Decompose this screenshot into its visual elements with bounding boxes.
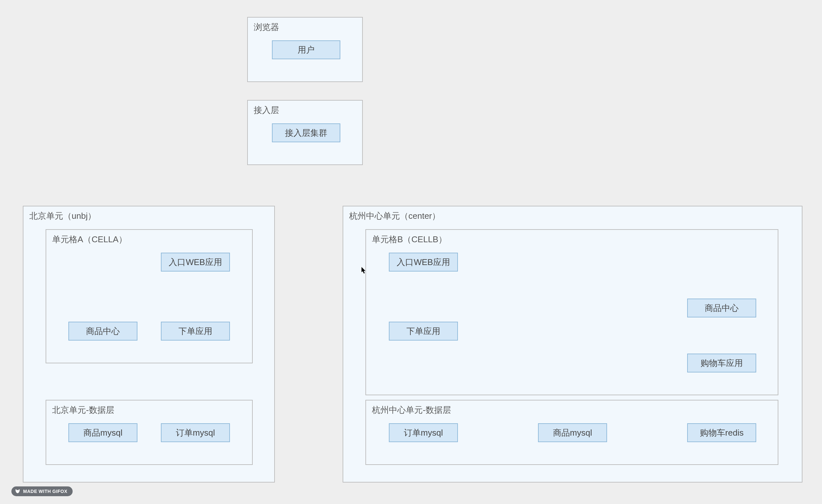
watermark-text: MADE WITH GIFOX	[23, 489, 67, 494]
access-cluster-node: 接入层集群	[272, 123, 340, 142]
hangzhou-data-title: 杭州中心单元-数据层	[372, 404, 772, 416]
cell-b-cart-app-node: 购物车应用	[687, 354, 756, 373]
cell-a-title: 单元格A（CELLA）	[52, 234, 246, 245]
cell-b-title: 单元格B（CELLB）	[372, 234, 772, 245]
cell-b-order-app-node: 下单应用	[389, 322, 458, 341]
beijing-order-mysql-node: 订单mysql	[161, 423, 230, 442]
cell-a-product-center-node: 商品中心	[68, 322, 137, 341]
cell-b-product-center-node: 商品中心	[687, 299, 756, 318]
mouse-cursor	[362, 267, 367, 274]
access-title: 接入层	[254, 104, 356, 116]
hangzhou-product-mysql-node: 商品mysql	[538, 423, 607, 442]
beijing-unit-title: 北京单元（unbj）	[29, 210, 268, 222]
hangzhou-unit-title: 杭州中心单元（center）	[349, 210, 796, 222]
gifox-icon	[15, 488, 21, 494]
browser-title: 浏览器	[254, 21, 356, 33]
cell-a-web-app-node: 入口WEB应用	[161, 253, 230, 272]
hangzhou-order-mysql-node: 订单mysql	[389, 423, 458, 442]
cell-a-order-app-node: 下单应用	[161, 322, 230, 341]
user-node: 用户	[272, 40, 340, 59]
cell-b-web-app-node: 入口WEB应用	[389, 253, 458, 272]
hangzhou-cart-redis-node: 购物车redis	[687, 423, 756, 442]
gifox-watermark: MADE WITH GIFOX	[11, 486, 73, 496]
beijing-data-title: 北京单元-数据层	[52, 404, 246, 416]
cell-a-container: 单元格A（CELLA）	[46, 229, 253, 363]
beijing-product-mysql-node: 商品mysql	[68, 423, 137, 442]
